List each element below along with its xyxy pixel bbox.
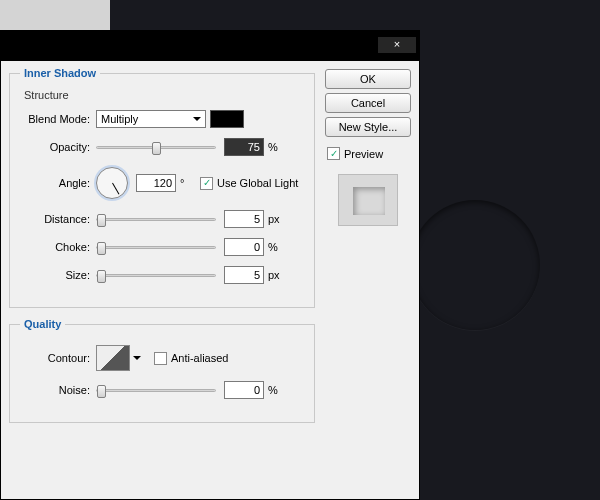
preview-row: Preview — [327, 147, 411, 160]
use-global-light-label: Use Global Light — [217, 177, 298, 189]
noise-row: Noise: % — [20, 380, 304, 400]
preview-checkbox[interactable] — [327, 147, 340, 160]
opacity-input[interactable] — [224, 138, 264, 156]
main-column: Inner Shadow Structure Blend Mode: Multi… — [9, 67, 315, 491]
size-unit: px — [268, 269, 288, 281]
opacity-slider-thumb[interactable] — [152, 142, 161, 155]
antialiased-checkbox[interactable] — [154, 352, 167, 365]
noise-slider-thumb[interactable] — [97, 385, 106, 398]
blend-mode-value: Multiply — [101, 113, 138, 125]
contour-label: Contour: — [20, 352, 90, 364]
opacity-unit: % — [268, 141, 288, 153]
cancel-button[interactable]: Cancel — [325, 93, 411, 113]
angle-dial[interactable] — [96, 167, 128, 199]
choke-input[interactable] — [224, 238, 264, 256]
distance-unit: px — [268, 213, 288, 225]
blend-mode-label: Blend Mode: — [20, 113, 90, 125]
bg-emboss-circle — [410, 200, 540, 330]
size-slider-thumb[interactable] — [97, 270, 106, 283]
blend-mode-row: Blend Mode: Multiply — [20, 109, 304, 129]
choke-slider[interactable] — [96, 246, 216, 249]
noise-unit: % — [268, 384, 288, 396]
dialog-titlebar: × — [0, 30, 420, 60]
contour-picker[interactable] — [96, 345, 130, 371]
opacity-slider[interactable] — [96, 146, 216, 149]
angle-needle — [112, 183, 119, 195]
noise-label: Noise: — [20, 384, 90, 396]
distance-slider-thumb[interactable] — [97, 214, 106, 227]
distance-slider[interactable] — [96, 218, 216, 221]
ok-button[interactable]: OK — [325, 69, 411, 89]
shadow-color-swatch[interactable] — [210, 110, 244, 128]
distance-label: Distance: — [20, 213, 90, 225]
preview-label: Preview — [344, 148, 383, 160]
new-style-button[interactable]: New Style... — [325, 117, 411, 137]
angle-input[interactable] — [136, 174, 176, 192]
inner-shadow-group: Inner Shadow Structure Blend Mode: Multi… — [9, 67, 315, 308]
choke-slider-thumb[interactable] — [97, 242, 106, 255]
distance-input[interactable] — [224, 210, 264, 228]
layer-style-dialog: Inner Shadow Structure Blend Mode: Multi… — [0, 60, 420, 500]
size-label: Size: — [20, 269, 90, 281]
size-input[interactable] — [224, 266, 264, 284]
contour-row: Contour: Anti-aliased — [20, 344, 304, 372]
close-button[interactable]: × — [378, 37, 416, 53]
choke-label: Choke: — [20, 241, 90, 253]
angle-label: Angle: — [20, 177, 90, 189]
angle-row: Angle: ° Use Global Light — [20, 165, 304, 201]
quality-group: Quality Contour: Anti-aliased Noise: % — [9, 318, 315, 423]
distance-row: Distance: px — [20, 209, 304, 229]
opacity-label: Opacity: — [20, 141, 90, 153]
side-column: OK Cancel New Style... Preview — [325, 67, 411, 491]
antialiased-label: Anti-aliased — [171, 352, 228, 364]
choke-unit: % — [268, 241, 288, 253]
angle-unit: ° — [180, 177, 200, 189]
size-slider[interactable] — [96, 274, 216, 277]
quality-legend: Quality — [20, 318, 65, 330]
use-global-light-checkbox[interactable] — [200, 177, 213, 190]
size-row: Size: px — [20, 265, 304, 285]
section-title: Inner Shadow — [20, 67, 100, 79]
choke-row: Choke: % — [20, 237, 304, 257]
noise-input[interactable] — [224, 381, 264, 399]
noise-slider[interactable] — [96, 389, 216, 392]
preview-thumbnail — [338, 174, 398, 226]
blend-mode-select[interactable]: Multiply — [96, 110, 206, 128]
structure-legend: Structure — [24, 89, 304, 101]
opacity-row: Opacity: % — [20, 137, 304, 157]
